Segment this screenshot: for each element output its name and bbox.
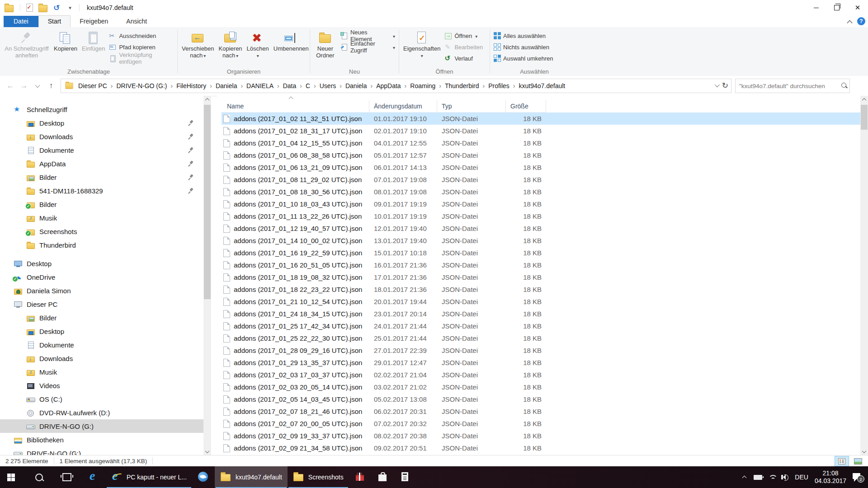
search-icon[interactable] xyxy=(841,83,846,88)
sidebar-item[interactable]: DRIVE-N-GO (G:) xyxy=(0,446,203,455)
sidebar-item[interactable]: Desktop xyxy=(0,324,203,338)
clock[interactable]: 21:08 04.03.2017 xyxy=(815,469,846,485)
search-input[interactable] xyxy=(736,83,849,89)
file-row[interactable]: addons (2017_02_07 20_00_05 UTC).json 07… xyxy=(222,418,860,430)
file-row[interactable]: addons (2017_02_07 18_21_46 UTC).json 06… xyxy=(222,405,860,418)
forward-button[interactable]: → xyxy=(17,79,31,93)
breadcrumb-item[interactable]: Thunderbird› xyxy=(443,81,486,90)
sidebar-item[interactable]: 541-DM118-1688329 xyxy=(0,184,203,197)
sidebar-item[interactable]: Bilder xyxy=(0,197,203,211)
taskbar-search-button[interactable] xyxy=(28,466,50,488)
column-header-size[interactable]: Größe xyxy=(506,100,546,112)
battery-icon[interactable] xyxy=(754,475,762,480)
file-row[interactable]: addons (2017_01_24 18_34_15 UTC).json 23… xyxy=(222,308,860,320)
thumbnails-view-button[interactable] xyxy=(851,456,865,466)
taskbar-app-button[interactable] xyxy=(394,466,417,488)
breadcrumb-item[interactable]: DANIELA› xyxy=(245,81,281,90)
delete-button[interactable]: Löschen xyxy=(245,30,271,60)
sidebar-item[interactable]: AppData xyxy=(0,157,203,170)
taskbar-app-button[interactable]: kxut94o7.default xyxy=(215,466,288,488)
rename-button[interactable]: Umbenennen xyxy=(271,30,311,53)
move-to-button[interactable]: Verschieben nach xyxy=(179,30,217,60)
breadcrumb-item[interactable]: Profiles› xyxy=(486,81,517,90)
scrollbar-thumb[interactable] xyxy=(204,105,211,299)
file-row[interactable]: addons (2017_01_08 18_30_56 UTC).json 08… xyxy=(222,186,860,198)
sidebar-item[interactable]: Bibliotheken xyxy=(0,433,203,446)
sidebar-item[interactable]: Dokumente xyxy=(0,338,203,352)
up-button[interactable]: ↑ xyxy=(44,79,58,93)
scroll-down-arrow[interactable] xyxy=(860,448,868,455)
sidebar-item[interactable]: Screenshots xyxy=(0,225,203,238)
refresh-icon[interactable] xyxy=(722,81,728,90)
paste-shortcut-button[interactable]: Verknüpfung einfügen xyxy=(107,54,175,63)
qat-new-folder-button[interactable] xyxy=(38,3,47,12)
sidebar-item[interactable]: Downloads xyxy=(0,130,203,143)
file-row[interactable]: addons (2017_01_25 22_22_30 UTC).json 25… xyxy=(222,332,860,344)
collapse-ribbon-icon[interactable] xyxy=(846,19,853,24)
taskbar-app-button[interactable] xyxy=(192,466,215,488)
taskbar-app-button[interactable] xyxy=(83,466,106,488)
sidebar-scrollbar[interactable] xyxy=(203,96,211,455)
task-view-button[interactable] xyxy=(56,466,78,488)
tray-expand-icon[interactable] xyxy=(743,475,747,479)
sidebar-item[interactable]: Dieser PC xyxy=(0,297,203,311)
file-row[interactable]: addons (2017_01_16 19_22_59 UTC).json 15… xyxy=(222,247,860,259)
sidebar-item[interactable]: Desktop xyxy=(0,116,203,130)
file-row[interactable]: addons (2017_01_29 13_35_37 UTC).json 29… xyxy=(222,357,860,369)
column-header-date[interactable]: Änderungsdatum xyxy=(369,100,437,112)
sidebar-item[interactable]: Schnellzugriff xyxy=(0,103,203,116)
breadcrumb-item[interactable]: C› xyxy=(304,81,318,90)
scroll-up-arrow[interactable] xyxy=(860,96,868,103)
file-row[interactable]: addons (2017_01_12 19_40_57 UTC).json 12… xyxy=(222,222,860,235)
file-row[interactable]: addons (2017_01_02 18_31_17 UTC).json 02… xyxy=(222,125,860,137)
file-row[interactable]: addons (2017_01_14 10_00_02 UTC).json 13… xyxy=(222,235,860,247)
ribbon-tab[interactable]: Ansicht xyxy=(117,16,156,27)
file-row[interactable]: addons (2017_01_18 22_23_22 UTC).json 18… xyxy=(222,283,860,296)
file-list-scrollbar[interactable] xyxy=(860,96,868,455)
file-row[interactable]: addons (2017_02_09 19_33_37 UTC).json 08… xyxy=(222,430,860,442)
breadcrumb-item[interactable]: Daniela› xyxy=(344,81,374,90)
file-row[interactable]: addons (2017_01_08 11_29_02 UTC).json 07… xyxy=(222,174,860,186)
pin-to-quick-access-button[interactable]: An Schnellzugriff anheften xyxy=(2,30,52,60)
start-button[interactable] xyxy=(0,466,22,488)
file-row[interactable]: addons (2017_02_03 17_03_37 UTC).json 02… xyxy=(222,369,860,381)
edit-button[interactable]: Bearbeiten xyxy=(443,42,485,52)
file-row[interactable]: addons (2017_01_06 13_21_09 UTC).json 06… xyxy=(222,161,860,174)
file-row[interactable]: addons (2017_01_25 17_42_34 UTC).json 24… xyxy=(222,320,860,332)
sidebar-item[interactable]: Dokumente xyxy=(0,143,203,157)
file-row[interactable]: addons (2017_01_16 20_51_05 UTC).json 16… xyxy=(222,259,860,271)
minimize-button[interactable] xyxy=(806,0,826,15)
file-row[interactable]: addons (2017_01_04 12_15_55 UTC).json 04… xyxy=(222,137,860,149)
file-row[interactable]: addons (2017_01_21 10_12_54 UTC).json 20… xyxy=(222,296,860,308)
details-view-button[interactable] xyxy=(835,456,849,466)
sidebar-item[interactable]: Bilder xyxy=(0,311,203,324)
taskbar-app-button[interactable] xyxy=(349,466,372,488)
help-icon[interactable]: ? xyxy=(857,17,865,25)
file-row[interactable]: addons (2017_01_18 19_08_32 UTC).json 17… xyxy=(222,271,860,283)
scrollbar-thumb[interactable] xyxy=(861,105,868,130)
breadcrumb-item[interactable]: kxut94o7.default› xyxy=(517,81,567,90)
qat-undo-button[interactable] xyxy=(52,3,61,12)
paste-button[interactable]: Einfügen xyxy=(80,30,107,53)
sidebar-item[interactable]: Thunderbird xyxy=(0,238,203,252)
sidebar-item[interactable]: Musik xyxy=(0,365,203,379)
language-indicator[interactable]: DEU xyxy=(795,474,808,481)
volume-icon[interactable] xyxy=(783,474,786,480)
sidebar-item[interactable]: Videos xyxy=(0,379,203,392)
taskbar-app-button[interactable]: PC kaputt - neuer L... xyxy=(106,466,192,488)
select-all-button[interactable]: Alles auswählen xyxy=(492,31,555,40)
file-row[interactable]: addons (2017_01_02 11_32_51 UTC).json 01… xyxy=(222,113,860,125)
select-none-button[interactable]: Nichts auswählen xyxy=(492,42,555,52)
file-row[interactable]: addons (2017_02_09 21_34_58 UTC).json 09… xyxy=(222,442,860,454)
taskbar-app-button[interactable]: Screenshots xyxy=(288,466,349,488)
breadcrumb-item[interactable]: Daniela› xyxy=(214,81,245,90)
column-header-name[interactable]: Name xyxy=(222,100,369,112)
invert-selection-button[interactable]: Auswahl umkehren xyxy=(492,54,555,63)
open-button[interactable]: Öffnen xyxy=(443,31,485,40)
close-button[interactable]: ✕ xyxy=(847,0,868,15)
sidebar-item[interactable]: OneDrive xyxy=(0,270,203,284)
address-dropdown-icon[interactable] xyxy=(715,84,718,87)
sidebar-item[interactable]: OS (C:) xyxy=(0,392,203,406)
history-button[interactable]: Verlauf xyxy=(443,54,485,63)
copy-to-button[interactable]: Kopieren nach xyxy=(217,30,245,60)
